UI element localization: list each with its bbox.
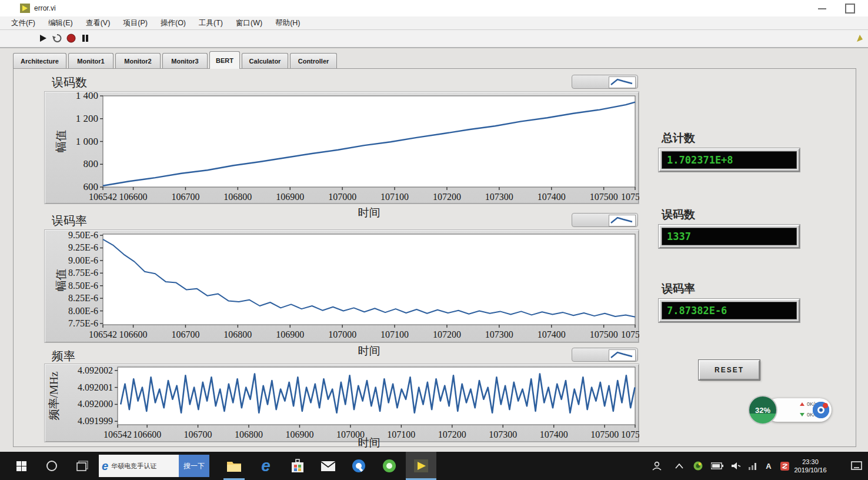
svg-text:7.75E-6: 7.75E-6 — [68, 318, 98, 328]
waveform-legend-icon — [609, 76, 636, 88]
svg-text:106700: 106700 — [171, 329, 199, 339]
file-explorer-button[interactable] — [220, 452, 248, 480]
network-tray-icon[interactable] — [745, 452, 761, 480]
menu-operate[interactable]: 操作(O) — [154, 16, 192, 29]
menu-help[interactable]: 帮助(H) — [269, 16, 306, 29]
tab-bert[interactable]: BERT — [209, 51, 240, 69]
tab-calculator[interactable]: Calculator — [242, 53, 288, 68]
mail-icon — [321, 460, 336, 472]
svg-text:107100: 107100 — [380, 329, 409, 339]
svg-text:800: 800 — [84, 158, 99, 169]
svg-text:8.75E-6: 8.75E-6 — [68, 268, 98, 278]
store-button[interactable] — [283, 452, 312, 480]
memory-ball-widget[interactable]: 32% — [748, 395, 777, 425]
minimize-button[interactable] — [813, 2, 833, 14]
speaker-tray-icon[interactable] — [727, 452, 745, 480]
svg-text:107200: 107200 — [433, 329, 461, 339]
svg-text:107300: 107300 — [485, 329, 513, 339]
taskbar-clock[interactable]: 23:30 2019/10/16 — [782, 452, 839, 480]
edge-icon: e — [102, 460, 108, 472]
svg-text:106800: 106800 — [223, 329, 252, 339]
svg-text:4.092001: 4.092001 — [78, 382, 113, 392]
maximize-button[interactable] — [840, 2, 860, 14]
menu-view[interactable]: 查看(V) — [79, 16, 117, 29]
svg-text:106700: 106700 — [171, 192, 199, 202]
run-button[interactable] — [38, 33, 48, 44]
svg-text:107560: 107560 — [621, 192, 639, 202]
svg-text:4.092000: 4.092000 — [78, 399, 113, 409]
chart1-title: 误码数 — [52, 75, 87, 91]
context-help-icon[interactable] — [856, 34, 864, 43]
browser-360-button[interactable] — [375, 452, 403, 480]
error-rate-display: 7.87382E-6 — [659, 299, 800, 322]
task-view-button[interactable] — [69, 452, 95, 480]
tab-monitor1[interactable]: Monitor1 — [68, 53, 113, 68]
battery-tray-icon[interactable] — [708, 452, 726, 480]
total-count-value: 1.702371E+8 — [662, 151, 797, 169]
ime-indicator[interactable]: A — [761, 452, 776, 480]
folder-icon — [226, 459, 242, 472]
taskbar-search-input[interactable]: e 华硕电竞手认证 — [99, 455, 179, 477]
menu-edit[interactable]: 编辑(E) — [42, 16, 79, 29]
security-tray-icon[interactable] — [689, 452, 707, 480]
store-icon — [291, 459, 305, 473]
tab-monitor3[interactable]: Monitor3 — [162, 53, 208, 68]
tab-controller[interactable]: Controller — [290, 53, 337, 68]
svg-text:106600: 106600 — [119, 192, 148, 202]
menu-file[interactable]: 文件(F) — [5, 16, 42, 29]
svg-text:107560: 107560 — [621, 329, 639, 339]
search-text: 华硕电竞手认证 — [111, 462, 156, 471]
error-count-display: 1337 — [659, 225, 800, 248]
svg-text:107000: 107000 — [328, 192, 356, 202]
pause-button[interactable] — [80, 33, 91, 44]
mail-button[interactable] — [314, 452, 342, 480]
widget-app-icon[interactable] — [813, 402, 829, 418]
start-button[interactable] — [8, 452, 34, 480]
action-center-icon — [851, 461, 862, 471]
chart2-title: 误码率 — [52, 213, 87, 229]
chart1-plot[interactable]: 1065421066001067001068001069001070001071… — [44, 91, 639, 206]
labview-taskbar-button[interactable] — [406, 452, 436, 480]
people-tray-icon[interactable] — [647, 452, 667, 480]
taskbar: e 华硕电竞手认证 搜一下 e — [0, 452, 868, 480]
chart2-plot[interactable]: 1065421066001067001068001069001070001071… — [44, 229, 639, 345]
svg-text:106542: 106542 — [89, 329, 117, 339]
q-browser-icon — [351, 458, 366, 474]
reset-button[interactable]: RESET — [699, 360, 760, 380]
labview-icon — [413, 458, 429, 474]
clock-date: 2019/10/16 — [794, 466, 826, 474]
download-icon — [800, 413, 804, 416]
total-count-display: 1.702371E+8 — [659, 148, 800, 172]
menu-tools[interactable]: 工具(T) — [192, 16, 229, 29]
search-go-button[interactable]: 搜一下 — [179, 455, 209, 477]
svg-text:107500: 107500 — [590, 329, 618, 339]
notification-badge — [823, 403, 828, 408]
svg-text:600: 600 — [84, 181, 99, 192]
tab-monitor2[interactable]: Monitor2 — [115, 53, 161, 68]
menu-project[interactable]: 项目(P) — [116, 16, 154, 29]
svg-text:1 400: 1 400 — [76, 91, 98, 101]
cortana-button[interactable] — [39, 452, 65, 480]
upload-icon — [800, 402, 804, 406]
menu-bar: 文件(F) 编辑(E) 查看(V) 项目(P) 操作(O) 工具(T) 窗口(W… — [0, 16, 868, 30]
chart1-xlabel: 时间 — [103, 205, 635, 221]
svg-text:9.50E-6: 9.50E-6 — [68, 230, 98, 240]
edge-browser-button[interactable]: e — [252, 452, 280, 480]
action-center-button[interactable] — [844, 452, 868, 480]
svg-text:106800: 106800 — [223, 192, 252, 202]
q-browser-button[interactable] — [345, 452, 373, 480]
tray-chevron-up[interactable] — [670, 452, 688, 480]
run-continuous-button[interactable] — [52, 33, 62, 44]
tab-architecture[interactable]: Architecture — [13, 53, 66, 68]
chart2-legend-button[interactable] — [572, 213, 638, 227]
abort-button[interactable] — [66, 33, 76, 44]
screen: { "window": {"title": "error.vi"}, "menu… — [0, 0, 868, 480]
chart3-title: 频率 — [52, 348, 75, 364]
toolbar — [0, 30, 868, 48]
chart3-legend-button[interactable] — [572, 348, 638, 362]
chart3-plot[interactable]: 1065421066001067001068001069001070001071… — [44, 364, 639, 444]
chart1-legend-button[interactable] — [572, 75, 638, 89]
chart2-xlabel: 时间 — [103, 344, 635, 359]
cortana-circle-icon — [46, 460, 58, 472]
menu-window[interactable]: 窗口(W) — [229, 16, 269, 29]
